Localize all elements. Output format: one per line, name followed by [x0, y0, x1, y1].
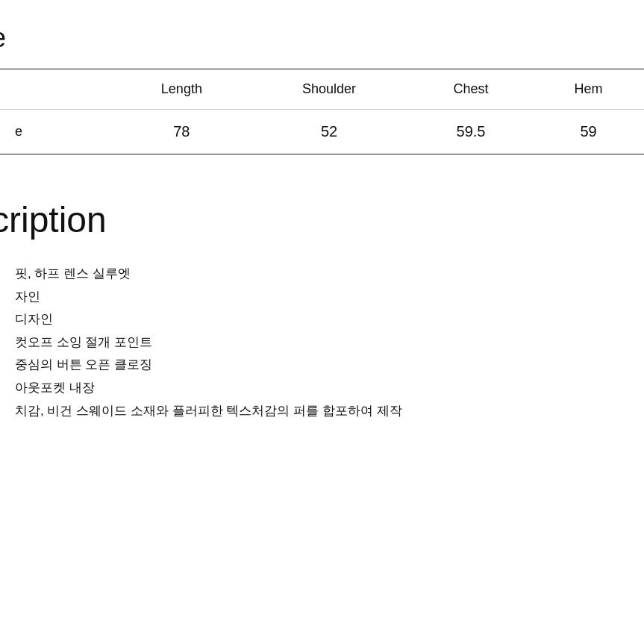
- table-header-hem: Hem: [533, 69, 644, 110]
- cell-chest: 59.5: [409, 110, 533, 154]
- cell-length: 78: [114, 110, 249, 154]
- list-item: 컷오프 소잉 절개 포인트: [15, 331, 629, 354]
- list-item: 핏, 하프 렌스 실루엣: [15, 263, 629, 286]
- table-header-size: [0, 69, 114, 110]
- list-item: 치감, 비건 스웨이드 소재와 플러피한 텍스처감의 퍼를 합포하여 제작: [15, 400, 629, 423]
- size-guide-section: e Length Shoulder Chest Hem e 78: [0, 0, 644, 162]
- list-item: 아웃포켓 내장: [15, 377, 629, 400]
- cell-size: e: [0, 110, 114, 154]
- size-table-wrapper: Length Shoulder Chest Hem e 78 52 59.5 5…: [0, 69, 644, 154]
- size-guide-title: e: [0, 22, 644, 54]
- table-header-length: Length: [114, 69, 249, 110]
- size-table: Length Shoulder Chest Hem e 78 52 59.5 5…: [0, 69, 644, 154]
- table-header-chest: Chest: [409, 69, 533, 110]
- list-item: 디자인: [15, 308, 629, 331]
- table-header-shoulder: Shoulder: [249, 69, 409, 110]
- cell-hem: 59: [533, 110, 644, 154]
- table-row: e 78 52 59.5 59: [0, 110, 644, 154]
- description-title: cription: [0, 199, 644, 240]
- cell-shoulder: 52: [249, 110, 409, 154]
- list-item: 중심의 버튼 오픈 클로징: [15, 354, 629, 377]
- description-list: 핏, 하프 렌스 실루엣 자인 디자인 컷오프 소잉 절개 포인트 중심의 버튼…: [0, 263, 644, 422]
- page-container: e Length Shoulder Chest Hem e 78: [0, 0, 644, 644]
- list-item: 자인: [15, 286, 629, 309]
- table-header-row: Length Shoulder Chest Hem: [0, 69, 644, 110]
- description-section: cription 핏, 하프 렌스 실루엣 자인 디자인 컷오프 소잉 절개 포…: [0, 162, 644, 445]
